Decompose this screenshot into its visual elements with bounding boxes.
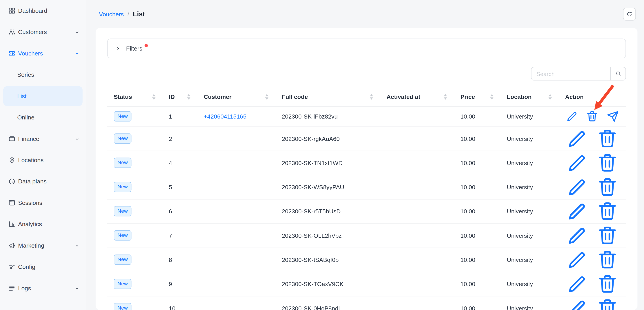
action-cell xyxy=(558,175,626,199)
full-code-cell: 202300-SK-0HoP8ndl xyxy=(275,296,380,310)
delete-button[interactable] xyxy=(596,272,619,296)
sorter-icon[interactable] xyxy=(370,94,374,100)
filters-panel[interactable]: Filters xyxy=(107,39,626,58)
status-cell: New xyxy=(107,199,162,223)
chevron-down-icon xyxy=(74,29,80,35)
table-row: New6202300-SK-r5T5bUsD10.00University xyxy=(107,199,626,223)
topbar: Vouchers / List xyxy=(86,0,644,28)
id-cell: 9 xyxy=(162,272,197,296)
sidebar-item-label: Series xyxy=(17,71,34,78)
sidebar-item-config[interactable]: Config xyxy=(0,256,86,277)
sidebar-item-label: Config xyxy=(18,264,35,270)
delete-icon xyxy=(596,127,619,150)
price-cell: 10.00 xyxy=(454,151,500,175)
sidebar-item-marketing[interactable]: Marketing xyxy=(0,235,86,256)
action-cell xyxy=(558,248,626,272)
full-code-cell: 202300-SK-r5T5bUsD xyxy=(275,199,380,223)
sidebar-item-customers[interactable]: Customers xyxy=(0,21,86,42)
table-row: New10202300-SK-0HoP8ndl10.00University xyxy=(107,296,626,310)
send-button[interactable] xyxy=(606,110,620,123)
sidebar-item-online[interactable]: Online xyxy=(0,107,86,128)
sidebar-item-finance[interactable]: Finance xyxy=(0,128,86,149)
table-row: New1+420604115165202300-SK-iFbz82vu10.00… xyxy=(107,106,626,126)
id-cell: 7 xyxy=(162,223,197,247)
delete-button[interactable] xyxy=(596,127,619,150)
column-header-status[interactable]: Status xyxy=(107,87,162,106)
sidebar-item-vouchers[interactable]: Vouchers xyxy=(0,43,86,64)
search-input[interactable] xyxy=(531,67,611,80)
status-badge: New xyxy=(114,158,131,168)
edit-button[interactable] xyxy=(565,199,589,223)
id-cell: 1 xyxy=(162,106,197,126)
status-badge: New xyxy=(114,206,131,216)
column-label: Customer xyxy=(204,93,231,100)
sorter-icon[interactable] xyxy=(265,94,269,100)
activated-at-cell xyxy=(380,223,454,247)
location-cell: University xyxy=(500,106,559,126)
sorter-icon[interactable] xyxy=(444,94,447,100)
sidebar-item-sessions[interactable]: Sessions xyxy=(0,192,86,213)
edit-icon xyxy=(565,151,589,175)
chevron-up-icon xyxy=(74,50,80,57)
column-header-full-code[interactable]: Full code xyxy=(275,87,380,106)
breadcrumb-link-vouchers[interactable]: Vouchers xyxy=(99,11,124,17)
sidebar-item-analytics[interactable]: Analytics xyxy=(0,213,86,235)
delete-icon xyxy=(596,151,619,175)
column-header-activated-at[interactable]: Activated at xyxy=(380,87,454,106)
sorter-icon[interactable] xyxy=(490,94,494,100)
delete-button[interactable] xyxy=(596,248,619,272)
edit-button[interactable] xyxy=(565,175,589,199)
sidebar-item-series[interactable]: Series xyxy=(0,64,86,85)
breadcrumb-separator: / xyxy=(128,11,129,17)
sidebar-item-label: Online xyxy=(17,114,34,121)
delete-button[interactable] xyxy=(596,199,619,223)
main-content: Vouchers / List Filters xyxy=(86,0,644,310)
edit-button[interactable] xyxy=(565,151,589,175)
location-cell: University xyxy=(500,248,559,272)
id-cell: 6 xyxy=(162,199,197,223)
refresh-button[interactable] xyxy=(623,7,636,20)
sidebar-item-locations[interactable]: Locations xyxy=(0,149,86,171)
delete-button[interactable] xyxy=(596,151,619,175)
status-cell: New xyxy=(107,106,162,126)
delete-button[interactable] xyxy=(596,223,619,247)
sidebar-item-label: List xyxy=(17,93,26,99)
full-code-cell: 202300-SK-OLL2hVpz xyxy=(275,223,380,247)
customer-cell xyxy=(197,151,275,175)
delete-button[interactable] xyxy=(585,110,599,123)
sidebar-item-data-plans[interactable]: Data plans xyxy=(0,171,86,192)
edit-button[interactable] xyxy=(565,248,589,272)
column-header-price[interactable]: Price xyxy=(454,87,500,106)
status-cell: New xyxy=(107,126,162,151)
delete-button[interactable] xyxy=(596,296,619,310)
customer-link[interactable]: +420604115165 xyxy=(204,113,246,120)
price-cell: 10.00 xyxy=(454,199,500,223)
column-header-id[interactable]: ID xyxy=(162,87,197,106)
location-cell: University xyxy=(500,126,559,151)
edit-button[interactable] xyxy=(565,223,589,247)
customer-cell xyxy=(197,272,275,296)
sidebar-item-logs[interactable]: Logs xyxy=(0,278,86,299)
action-cell xyxy=(558,199,626,223)
sorter-icon[interactable] xyxy=(187,94,191,100)
edit-button[interactable] xyxy=(565,127,589,150)
sidebar-item-label: Locations xyxy=(18,157,44,163)
sidebar-item-label: Data plans xyxy=(18,178,46,185)
sidebar-item-list[interactable]: List xyxy=(3,86,82,106)
delete-button[interactable] xyxy=(596,175,619,199)
table-row: New9202300-SK-TOaxV9CK10.00University xyxy=(107,272,626,296)
search-row xyxy=(107,67,626,80)
edit-button[interactable] xyxy=(565,110,579,123)
column-header-location[interactable]: Location xyxy=(500,87,559,106)
column-label: Location xyxy=(507,93,532,100)
sorter-icon[interactable] xyxy=(548,94,552,100)
sidebar-item-dashboard[interactable]: Dashboard xyxy=(0,0,86,21)
delete-icon xyxy=(596,199,619,223)
edit-button[interactable] xyxy=(565,272,589,296)
search-button[interactable] xyxy=(610,67,626,80)
column-header-customer[interactable]: Customer xyxy=(197,87,275,106)
table-row: New2202300-SK-rgkAuA6010.00University xyxy=(107,126,626,151)
status-badge: New xyxy=(114,134,131,144)
sorter-icon[interactable] xyxy=(152,94,156,100)
edit-button[interactable] xyxy=(565,296,589,310)
